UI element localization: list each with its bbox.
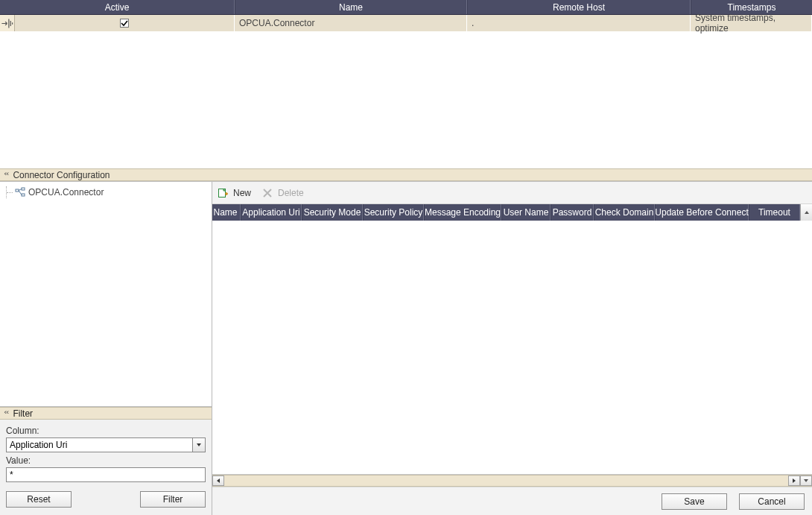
cell-timestamps[interactable]: System timestamps, optimize [691,15,812,31]
column-header-user-name[interactable]: User Name [501,204,551,221]
new-button-label: New [233,188,251,198]
svg-rect-1 [22,188,25,190]
delete-button-label: Delete [278,188,304,198]
column-header-name[interactable]: Name [212,204,241,221]
connector-node-icon [15,187,25,198]
column-header-security-policy[interactable]: Security Policy [363,204,424,221]
filter-panel-title: Filter [13,408,33,419]
filter-button[interactable]: Filter [140,491,206,508]
save-button[interactable]: Save [662,493,727,510]
collapse-icon[interactable]: « [4,410,10,417]
connectors-table: Active Name Remote Host Timestamps OPCUA… [0,0,812,31]
filter-column-select[interactable] [6,437,206,452]
left-panel: OPCUA.Connector « Filter Column: Value: … [0,182,212,515]
tree-view[interactable]: OPCUA.Connector [0,182,212,407]
svg-rect-0 [16,189,19,192]
reset-button[interactable]: Reset [6,491,72,508]
filter-panel-header[interactable]: « Filter [0,407,212,420]
active-checkbox[interactable] [120,19,129,28]
filter-column-value[interactable] [6,437,206,452]
details-table-header: Name Application Uri Security Mode Secur… [212,204,812,221]
cell-name[interactable]: OPCUA.Connector [235,15,467,31]
row-handle-icon[interactable] [0,15,15,31]
new-button[interactable]: New [217,187,251,199]
connector-configuration-header[interactable]: « Connector Configuration [0,168,812,181]
collapse-icon[interactable]: « [4,171,10,178]
column-header-password[interactable]: Password [551,204,594,221]
cell-remote-host[interactable]: . [467,15,691,31]
filter-column-label: Column: [6,426,206,436]
cell-active[interactable] [15,15,235,31]
column-header-check-domain[interactable]: Check Domain [594,204,655,221]
filter-panel-body: Column: Value: Reset Filter [0,420,212,515]
tree-item-label: OPCUA.Connector [28,187,104,198]
svg-rect-2 [22,194,25,196]
tree-branch-icon [6,186,12,198]
scroll-right-button[interactable] [788,475,800,486]
column-header-security-mode[interactable]: Security Mode [302,204,363,221]
delete-button: Delete [261,187,304,199]
table-row[interactable]: OPCUA.Connector . System timestamps, opt… [0,15,812,31]
column-header-remote-host[interactable]: Remote Host [467,0,691,14]
delete-icon [261,187,273,199]
details-toolbar: New Delete [212,182,812,204]
tree-item[interactable]: OPCUA.Connector [6,186,206,198]
connectors-table-header: Active Name Remote Host Timestamps [0,0,812,15]
right-panel: New Delete Name Application Uri Security… [212,182,812,515]
horizontal-scrollbar[interactable] [212,475,812,487]
footer-buttons: Save Cancel [212,487,812,515]
new-icon [217,187,229,199]
column-header-active[interactable]: Active [0,0,235,14]
filter-value-label: Value: [6,455,206,466]
dropdown-arrow-icon[interactable] [192,437,206,452]
column-header-name[interactable]: Name [235,0,467,14]
column-header-timeout[interactable]: Timeout [749,204,800,221]
scroll-left-button[interactable] [212,475,224,486]
scroll-down-button[interactable] [800,475,812,486]
scrollbar-track[interactable] [224,475,788,486]
connector-configuration-title: Connector Configuration [13,170,110,180]
scroll-up-button[interactable] [800,204,812,221]
filter-value-input[interactable] [6,467,206,482]
column-header-update-before-connect[interactable]: Update Before Connect [655,204,749,221]
column-header-application-uri[interactable]: Application Uri [241,204,302,221]
details-table-body[interactable] [212,221,812,475]
cancel-button[interactable]: Cancel [739,493,805,510]
column-header-message-encoding[interactable]: Message Encoding [424,204,501,221]
empty-area [0,31,812,168]
